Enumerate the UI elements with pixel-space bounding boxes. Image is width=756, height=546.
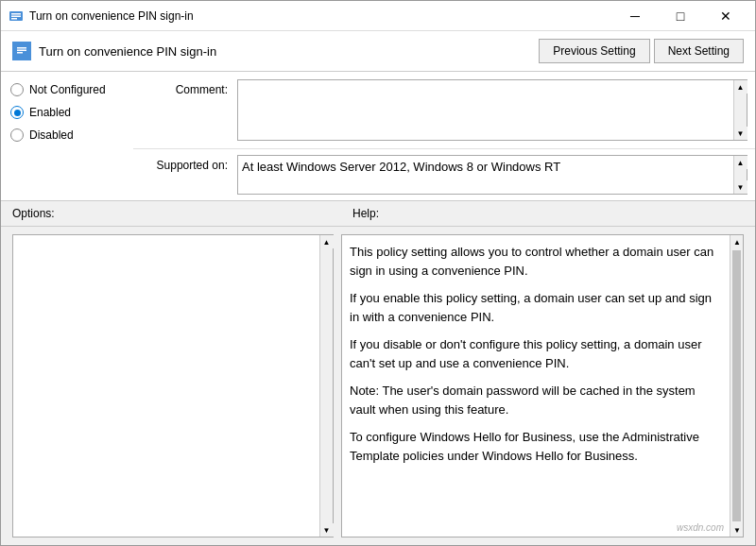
svg-rect-7 [17, 52, 23, 54]
supported-section: Supported on: At least Windows Server 20… [133, 148, 755, 200]
watermark: wsxdn.com [677, 522, 724, 533]
svg-rect-3 [11, 18, 17, 20]
main-content: Not Configured Enabled Disabled Comment: [1, 72, 755, 545]
help-para-2: If you enable this policy setting, a dom… [350, 289, 724, 326]
svg-rect-6 [17, 50, 26, 52]
next-setting-button[interactable]: Next Setting [654, 39, 744, 63]
help-panel: This policy setting allows you to contro… [341, 234, 744, 537]
minimize-button[interactable]: ─ [613, 3, 657, 29]
radio-disabled-circle [10, 128, 24, 142]
comment-scroll-up[interactable]: ▲ [734, 80, 747, 94]
help-para-3: If you disable or don't configure this p… [350, 335, 724, 372]
radio-enabled-label: Enabled [29, 106, 71, 119]
supported-scroll-up[interactable]: ▲ [734, 156, 747, 169]
options-scroll-up[interactable]: ▲ [320, 235, 334, 248]
supported-label: Supported on: [133, 155, 237, 172]
header-buttons: Previous Setting Next Setting [539, 39, 744, 63]
title-bar: Turn on convenience PIN sign-in ─ □ ✕ [1, 1, 755, 31]
help-para-5: To configure Windows Hello for Business,… [350, 428, 724, 465]
radio-panel: Not Configured Enabled Disabled [1, 72, 133, 200]
help-scrollbar[interactable]: ▲ ▼ [730, 235, 743, 537]
radio-disabled[interactable]: Disabled [10, 128, 124, 142]
comment-scrollbar[interactable]: ▲ ▼ [733, 80, 747, 140]
help-scroll-down[interactable]: ▼ [730, 523, 744, 537]
comment-label: Comment: [133, 79, 237, 141]
supported-scroll-down[interactable]: ▼ [734, 180, 747, 194]
close-button[interactable]: ✕ [704, 3, 747, 29]
header-row: Turn on convenience PIN sign-in Previous… [1, 31, 755, 72]
help-text: This policy setting allows you to contro… [342, 235, 743, 482]
svg-rect-1 [11, 13, 21, 15]
panels-row: ▲ ▼ This policy setting allows you to co… [1, 227, 755, 545]
options-header: Options: [12, 207, 352, 220]
supported-box: At least Windows Server 2012, Windows 8 … [237, 155, 747, 195]
supported-value: At least Windows Server 2012, Windows 8 … [242, 160, 560, 174]
options-scroll-down[interactable]: ▼ [320, 523, 334, 537]
main-window: Turn on convenience PIN sign-in ─ □ ✕ Tu… [0, 0, 756, 546]
previous-setting-button[interactable]: Previous Setting [539, 39, 649, 63]
supported-scrollbar[interactable]: ▲ ▼ [733, 156, 747, 194]
radio-enabled-circle [10, 106, 24, 119]
window-controls: ─ □ ✕ [613, 3, 747, 29]
help-para-4: Note: The user's domain password will be… [350, 382, 724, 418]
help-scroll-up[interactable]: ▲ [730, 235, 744, 248]
radio-disabled-label: Disabled [29, 128, 74, 142]
section-headers: Options: Help: [1, 201, 755, 227]
options-scrollbar[interactable]: ▲ ▼ [319, 235, 333, 537]
header-title: Turn on convenience PIN sign-in [39, 44, 531, 59]
options-panel: ▲ ▼ [12, 234, 334, 537]
window-title: Turn on convenience PIN sign-in [29, 9, 613, 23]
top-section: Not Configured Enabled Disabled Comment: [1, 72, 755, 201]
radio-enabled[interactable]: Enabled [10, 106, 124, 119]
help-header: Help: [352, 207, 744, 220]
help-para-1: This policy setting allows you to contro… [350, 243, 724, 280]
header-icon [12, 42, 31, 60]
bottom-section: Options: Help: ▲ ▼ This policy setting a… [1, 201, 755, 545]
maximize-button[interactable]: □ [659, 3, 702, 29]
svg-rect-2 [11, 15, 21, 17]
comment-section: Comment: ▲ ▼ [133, 72, 755, 148]
radio-not-configured[interactable]: Not Configured [10, 83, 124, 96]
right-panel: Comment: ▲ ▼ Supported on: At least Wind… [133, 72, 755, 200]
comment-box[interactable]: ▲ ▼ [237, 79, 747, 141]
radio-not-configured-label: Not Configured [29, 83, 106, 96]
svg-rect-5 [17, 47, 26, 49]
window-icon [9, 9, 24, 24]
comment-scroll-down[interactable]: ▼ [734, 127, 747, 140]
radio-not-configured-circle [10, 83, 24, 96]
